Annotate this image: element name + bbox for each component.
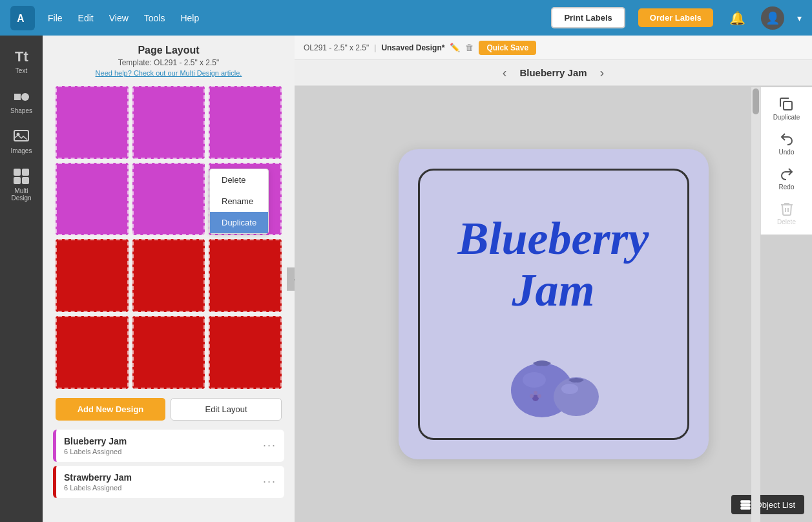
context-menu-delete[interactable]: Delete: [210, 169, 268, 191]
label-cell-2[interactable]: [132, 86, 205, 159]
context-menu: Delete Rename Duplicate: [209, 169, 269, 234]
panel-help-link[interactable]: Need help? Check out our Multi Design ar…: [53, 69, 284, 77]
svg-point-14: [539, 360, 545, 366]
svg-point-21: [537, 394, 541, 398]
design-labels-blueberry: 6 Labels Assigned: [64, 448, 263, 455]
label-cell-9[interactable]: [209, 239, 282, 312]
design-item-blueberry[interactable]: Blueberry Jam 6 Labels Assigned ···: [53, 430, 284, 462]
label-cell-5[interactable]: [132, 163, 205, 236]
panel-subtitle: Template: OL291 - 2.5" x 2.5": [53, 58, 284, 67]
design-info-strawberry: Strawberry Jam 6 Labels Assigned: [64, 472, 263, 492]
header-separator: |: [374, 43, 376, 52]
blueberry-svg: [508, 340, 599, 417]
sidebar-item-multi-design[interactable]: MultiDesign: [3, 162, 40, 207]
canvas-template-label: OL291 - 2.5" x 2.5": [304, 43, 369, 52]
icon-sidebar: Tt Text Shapes Images: [0, 36, 43, 522]
label-cell-4[interactable]: [56, 163, 129, 236]
menu-tools[interactable]: Tools: [144, 13, 165, 23]
svg-point-13: [523, 372, 546, 388]
design-name-blueberry: Blueberry Jam: [64, 436, 263, 446]
label-cell-10[interactable]: [56, 316, 129, 389]
menu-help[interactable]: Help: [180, 13, 199, 23]
svg-rect-8: [22, 169, 29, 176]
context-menu-rename[interactable]: Rename: [210, 191, 268, 212]
design-info-blueberry: Blueberry Jam 6 Labels Assigned: [64, 436, 263, 455]
next-design-button[interactable]: ›: [600, 65, 605, 80]
blueberry-illustration: [508, 340, 599, 417]
prev-design-button[interactable]: ‹: [503, 65, 507, 80]
label-cell-8[interactable]: [132, 239, 205, 312]
label-cell-7[interactable]: [56, 239, 129, 312]
design-name-strawberry: Strawberry Jam: [64, 472, 263, 483]
design-item-strawberry[interactable]: Strawberry Jam 6 Labels Assigned ···: [53, 466, 284, 498]
svg-rect-3: [14, 94, 21, 100]
collapse-panel-button[interactable]: ‹: [287, 267, 295, 291]
context-menu-duplicate[interactable]: Duplicate: [210, 212, 268, 233]
svg-point-20: [530, 394, 534, 398]
add-new-design-button[interactable]: Add New Design: [56, 398, 165, 421]
object-list-label: Object List: [756, 500, 795, 510]
nav-menu: File Edit View Tools Help: [48, 13, 199, 23]
label-cell-11[interactable]: [132, 316, 205, 389]
menu-file[interactable]: File: [48, 13, 63, 23]
svg-rect-24: [741, 507, 750, 509]
canvas-area: OL291 - 2.5" x 2.5" | Unsaved Design* ✏️…: [295, 36, 812, 522]
design-nav-bar: ‹ Blueberry Jam ›: [295, 60, 812, 86]
main-layout: Tt Text Shapes Images: [0, 36, 812, 522]
shapes-icon: [12, 87, 30, 105]
canvas-viewport: Blueberry Jam: [295, 86, 812, 522]
object-list-icon: [740, 499, 751, 510]
sidebar-text-label: Text: [16, 67, 27, 74]
top-nav: A File Edit View Tools Help Print Labels…: [0, 0, 812, 36]
svg-point-15: [554, 377, 599, 416]
svg-rect-9: [14, 177, 21, 184]
account-dropdown-chevron[interactable]: ▾: [797, 13, 802, 23]
panel-title: Page Layout: [53, 45, 284, 56]
label-cell-12[interactable]: [209, 316, 282, 389]
delete-design-icon[interactable]: 🗑: [465, 43, 474, 52]
sidebar-item-text[interactable]: Tt Text: [3, 42, 40, 79]
canvas-design-name: Unsaved Design*: [381, 43, 444, 52]
label-grid: [56, 86, 282, 389]
sidebar-item-images[interactable]: Images: [3, 122, 40, 160]
images-icon: [12, 127, 30, 145]
svg-point-19: [534, 391, 537, 395]
sidebar-shapes-label: Shapes: [10, 107, 32, 114]
svg-rect-7: [14, 169, 21, 176]
design-more-strawberry[interactable]: ···: [263, 475, 276, 488]
app-logo[interactable]: A: [10, 6, 35, 30]
sidebar-images-label: Images: [11, 147, 32, 154]
notifications-bell[interactable]: 🔔: [726, 7, 748, 29]
multi-design-icon: [12, 167, 30, 185]
label-preview[interactable]: Blueberry Jam: [399, 149, 709, 459]
svg-text:Tt: Tt: [15, 48, 28, 65]
text-icon: Tt: [12, 47, 30, 65]
canvas-header: OL291 - 2.5" x 2.5" | Unsaved Design* ✏️…: [295, 36, 812, 60]
panel-buttons: Add New Design Edit Layout: [56, 398, 282, 421]
svg-point-17: [574, 378, 578, 382]
quick-save-button[interactable]: Quick Save: [479, 41, 536, 55]
scroll-thumb[interactable]: [753, 89, 759, 114]
label-text-line2: Jam: [458, 265, 649, 316]
svg-text:A: A: [17, 13, 24, 24]
menu-edit[interactable]: Edit: [78, 13, 94, 23]
label-text-line1: Blueberry: [458, 213, 649, 264]
print-labels-button[interactable]: Print Labels: [551, 7, 625, 28]
left-panel: Page Layout Template: OL291 - 2.5" x 2.5…: [43, 36, 295, 522]
order-labels-button[interactable]: Order Labels: [638, 8, 713, 27]
label-inner: Blueberry Jam: [418, 169, 689, 440]
design-more-blueberry[interactable]: ···: [263, 439, 276, 452]
svg-point-16: [561, 384, 578, 394]
sidebar-multi-design-label: MultiDesign: [11, 187, 31, 202]
object-list-button[interactable]: Object List: [731, 495, 804, 514]
label-cell-3[interactable]: [209, 86, 282, 159]
user-avatar[interactable]: 👤: [761, 6, 784, 30]
edit-layout-button[interactable]: Edit Layout: [171, 398, 282, 421]
scroll-track[interactable]: [751, 87, 760, 522]
svg-rect-23: [741, 504, 750, 506]
label-cell-1[interactable]: [56, 86, 129, 159]
edit-design-name-icon[interactable]: ✏️: [450, 43, 460, 52]
sidebar-item-shapes[interactable]: Shapes: [3, 82, 40, 120]
menu-view[interactable]: View: [109, 13, 129, 23]
svg-rect-10: [22, 177, 29, 184]
